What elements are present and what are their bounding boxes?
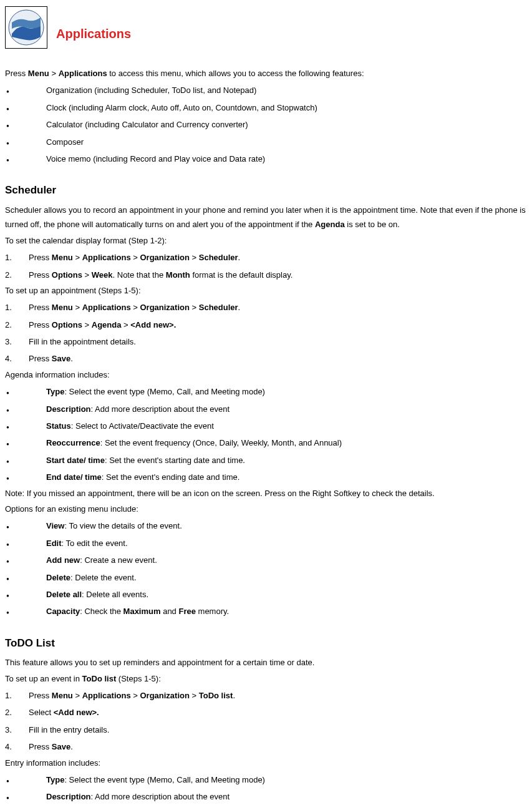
list-item: ●End date/ time: Set the event's ending … <box>5 469 527 485</box>
list-item: ●Status: Select to Activate/Deactivate t… <box>5 417 527 434</box>
list-item: ●Type: Select the event type (Memo, Call… <box>5 383 527 400</box>
options-intro: Options for an existing menu include: <box>5 502 527 516</box>
list-item: 3.Fill in the appointment details. <box>5 333 527 350</box>
list-item: ●Capacity: Check the Maximum and Free me… <box>5 603 527 620</box>
todo-steps: 1.Press Menu > Applications > Organizati… <box>5 687 527 756</box>
scheduler-note: Note: If you missed an appointment, ther… <box>5 486 527 500</box>
list-item: ●Description: Add more description about… <box>5 788 527 805</box>
list-item: ●Type: Select the event type (Memo, Call… <box>5 771 527 788</box>
list-item: ●Description: Add more description about… <box>5 401 527 417</box>
page-header: Applications <box>5 6 527 49</box>
scheduler-appt-steps: 1.Press Menu > Applications > Organizati… <box>5 299 527 368</box>
features-list: ●Organization (including Scheduler, ToDo… <box>5 82 527 167</box>
scheduler-calendar-intro: To set the calendar display format (Step… <box>5 233 527 248</box>
list-item: 1.Press Menu > Applications > Organizati… <box>5 687 527 704</box>
list-item: 4.Press Save. <box>5 350 527 367</box>
intro-text: Press Menu > Applications to access this… <box>5 66 527 80</box>
options-list: ●View: To view the details of the event.… <box>5 517 527 620</box>
list-item: ●Clock (including Alarm clock, Auto off,… <box>5 99 527 116</box>
list-item: 3.Fill in the entry details. <box>5 721 527 738</box>
list-item: ●Delete: Delete the event. <box>5 569 527 586</box>
list-item: ●Composer <box>5 134 527 150</box>
todo-setup-intro: To set up an event in ToDo list (Steps 1… <box>5 671 527 686</box>
entry-intro: Entry information includes: <box>5 756 527 770</box>
scheduler-desc: Scheduler allows you to record an appoin… <box>5 203 527 232</box>
todo-desc: This feature allows you to set up remind… <box>5 655 527 670</box>
list-item: ●Reoccurrence: Set the event frequency (… <box>5 434 527 451</box>
scheduler-appt-intro: To set up an appointment (Steps 1-5): <box>5 283 527 298</box>
list-item: 2.Press Options > Agenda > <Add new>. <box>5 316 527 333</box>
list-item: ●View: To view the details of the event. <box>5 517 527 534</box>
agenda-intro: Agenda information includes: <box>5 368 527 382</box>
list-item: 1.Press Menu > Applications > Organizati… <box>5 299 527 316</box>
agenda-list: ●Type: Select the event type (Memo, Call… <box>5 383 527 485</box>
page-title: Applications <box>56 22 131 45</box>
list-item: 2.Select <Add new>. <box>5 704 527 721</box>
list-item: ●Delete all: Delete all events. <box>5 586 527 603</box>
scheduler-calendar-steps: 1.Press Menu > Applications > Organizati… <box>5 249 527 283</box>
todo-heading: ToDO List <box>5 634 527 653</box>
list-item: 2.Press Options > Week. Note that the Mo… <box>5 266 527 283</box>
list-item: ●Voice memo (including Record and Play v… <box>5 150 527 167</box>
applications-icon <box>5 6 47 49</box>
list-item: ●Start date/ time: Set the event's start… <box>5 452 527 469</box>
list-item: ●Add new: Create a new event. <box>5 552 527 568</box>
list-item: 4.Press Save. <box>5 738 527 755</box>
scheduler-heading: Scheduler <box>5 181 527 200</box>
list-item: ●Organization (including Scheduler, ToDo… <box>5 82 527 99</box>
list-item: ●Edit: To edit the event. <box>5 535 527 552</box>
entry-list: ●Type: Select the event type (Memo, Call… <box>5 771 527 805</box>
list-item: 1.Press Menu > Applications > Organizati… <box>5 249 527 266</box>
list-item: ●Calculator (including Calculator and Cu… <box>5 116 527 133</box>
